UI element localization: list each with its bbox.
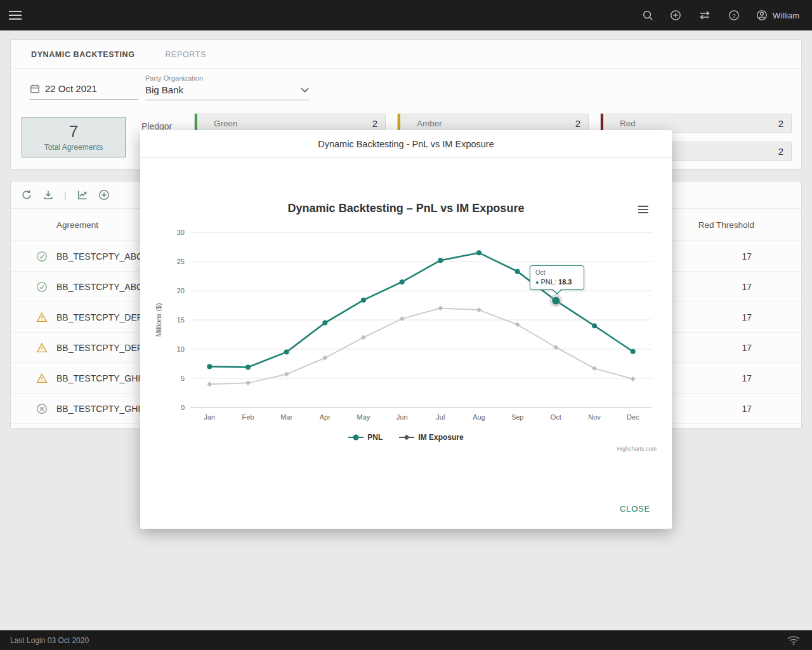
user-icon <box>756 10 768 21</box>
help-icon[interactable]: ? <box>728 10 740 21</box>
column-header-red-threshold: Red Threshold <box>698 220 754 230</box>
red-threshold-cell: 17 <box>742 282 752 292</box>
pnl-legend-marker <box>348 434 363 441</box>
chart-export-menu-icon[interactable] <box>636 203 651 216</box>
svg-text:10: 10 <box>177 345 185 353</box>
svg-text:Apr: Apr <box>320 413 331 421</box>
check-circle-icon <box>36 251 48 262</box>
red-threshold-cell: 17 <box>742 312 752 322</box>
legend-item-im-exposure[interactable]: IM Exposure <box>399 433 463 442</box>
svg-text:15: 15 <box>177 316 185 324</box>
status-label: Amber <box>417 119 442 128</box>
status-label: Green <box>214 119 238 128</box>
agreement-cell: BB_TESTCPTY_GHI <box>56 404 140 414</box>
refresh-icon[interactable] <box>21 189 32 201</box>
status-count: 2 <box>372 118 377 129</box>
svg-text:5: 5 <box>181 375 185 382</box>
status-label: Red <box>620 119 636 128</box>
svg-text:Dec: Dec <box>627 413 639 421</box>
agreement-cell: BB_TESTCPTY_ABC <box>56 282 143 292</box>
agreement-cell: BB_TESTCPTY_DEF <box>56 343 142 353</box>
tabs-row: DYNAMIC BACKTESTING REPORTS <box>11 40 801 69</box>
svg-text:Millions ($): Millions ($) <box>155 303 162 336</box>
hamburger-menu-icon[interactable] <box>9 10 22 20</box>
legend-item-pnl[interactable]: PNL <box>348 433 383 442</box>
search-icon[interactable] <box>642 10 653 21</box>
modal-title: Dynamic Backtesting - PnL vs IM Exposure <box>140 130 672 158</box>
total-agreements-box: 7 Total Agreements <box>22 117 126 157</box>
calendar-icon <box>30 84 40 94</box>
im-exposure-legend-marker <box>399 434 414 441</box>
warning-triangle-icon <box>36 373 48 384</box>
app-footer: Last Login 03 Oct 2020 <box>0 630 812 650</box>
column-header-agreement: Agreement <box>56 220 98 230</box>
legend-label: IM Exposure <box>418 433 463 442</box>
red-threshold-cell: 17 <box>742 343 752 353</box>
toolbar-separator: | <box>64 190 67 201</box>
status-count: 2 <box>575 118 580 129</box>
warning-triangle-icon <box>36 342 48 354</box>
status-count: 2 <box>778 118 783 129</box>
red-threshold-cell: 17 <box>742 251 752 262</box>
svg-text:Nov: Nov <box>588 413 601 421</box>
status-count: 2 <box>778 146 783 157</box>
tab-dynamic-backtesting[interactable]: DYNAMIC BACKTESTING <box>21 40 145 69</box>
last-login-text: Last Login 03 Oct 2020 <box>10 636 89 645</box>
agreement-cell: BB_TESTCPTY_ABC <box>56 251 143 262</box>
svg-text:Sep: Sep <box>511 413 524 421</box>
chart-modal: Dynamic Backtesting - PnL vs IM Exposure… <box>140 130 672 529</box>
download-icon[interactable] <box>43 189 54 201</box>
svg-text:Jul: Jul <box>436 413 445 421</box>
wifi-icon <box>787 635 801 646</box>
chart-tooltip: Oct ● PNL: 18.3 <box>530 265 584 290</box>
party-organization-label: Party Organization <box>145 74 309 82</box>
plus-circle-icon[interactable] <box>98 189 110 201</box>
tab-reports[interactable]: REPORTS <box>155 40 216 69</box>
svg-text:May: May <box>357 413 370 421</box>
highcharts-credit: Highcharts.com <box>153 446 659 452</box>
svg-text:Jan: Jan <box>204 413 215 421</box>
x-circle-icon <box>36 403 48 415</box>
chevron-down-icon <box>301 88 309 93</box>
svg-text:30: 30 <box>177 229 185 236</box>
warning-triangle-icon <box>36 312 48 323</box>
date-field[interactable]: 22 Oct 2021 <box>30 83 138 100</box>
line-chart: 051015202530JanFebMarAprMayJunJulAugSepO… <box>153 223 659 425</box>
agreement-cell: BB_TESTCPTY_DEF <box>56 312 142 322</box>
swap-arrows-icon[interactable] <box>698 10 712 20</box>
svg-text:Mar: Mar <box>280 413 292 421</box>
agreement-cell: BB_TESTCPTY_GHI <box>56 373 140 383</box>
svg-text:Oct: Oct <box>551 413 561 421</box>
svg-text:Feb: Feb <box>242 413 254 421</box>
check-circle-icon <box>36 281 48 293</box>
user-name: William <box>773 11 799 20</box>
svg-text:Aug: Aug <box>473 413 485 421</box>
chart-legend: PNL IM Exposure <box>153 433 659 442</box>
chart-title: Dynamic Backtesting – PnL vs IM Exposure <box>153 202 659 218</box>
svg-text:0: 0 <box>181 404 185 411</box>
svg-text:?: ? <box>733 13 736 19</box>
chart-icon[interactable] <box>77 189 88 201</box>
add-circle-icon[interactable] <box>670 10 681 21</box>
total-agreements-value: 7 <box>22 122 125 142</box>
tooltip-value: 18.3 <box>558 278 572 286</box>
chart-container: Dynamic Backtesting – PnL vs IM Exposure… <box>153 202 659 452</box>
user-menu[interactable]: William <box>756 10 799 21</box>
legend-label: PNL <box>367 433 383 442</box>
party-organization-select[interactable]: Party Organization Big Bank <box>145 74 309 100</box>
svg-text:20: 20 <box>177 287 185 295</box>
party-organization-value: Big Bank <box>145 84 301 95</box>
app-header: ? William <box>0 0 812 30</box>
red-threshold-cell: 17 <box>742 404 752 414</box>
tooltip-series-bullet: ● <box>535 279 539 286</box>
svg-text:Jun: Jun <box>396 413 408 421</box>
close-button[interactable]: CLOSE <box>620 504 650 514</box>
total-agreements-label: Total Agreements <box>22 143 125 152</box>
tooltip-value-line: ● PNL: 18.3 <box>535 278 579 286</box>
svg-text:25: 25 <box>177 258 185 265</box>
date-value: 22 Oct 2021 <box>45 83 97 94</box>
tooltip-series-label: PNL: <box>541 278 559 286</box>
red-threshold-cell: 17 <box>742 373 752 383</box>
tooltip-category: Oct <box>535 269 579 276</box>
